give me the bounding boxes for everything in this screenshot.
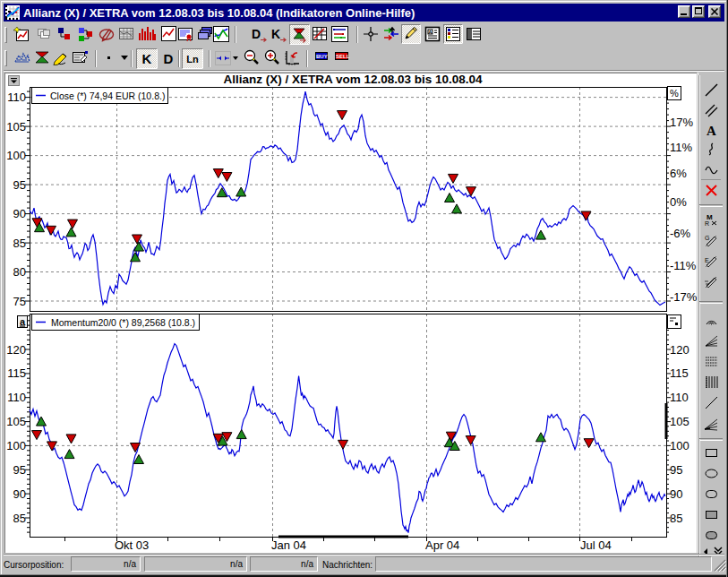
svg-text:105: 105 xyxy=(6,120,26,133)
svg-text:Jul 04: Jul 04 xyxy=(580,538,612,552)
svg-text:80: 80 xyxy=(13,265,26,279)
svg-text:75: 75 xyxy=(13,295,26,308)
svg-text:90: 90 xyxy=(13,207,26,220)
svg-text:100: 100 xyxy=(6,439,26,452)
svg-text:Okt 03: Okt 03 xyxy=(115,538,149,552)
svg-text:%: % xyxy=(670,88,679,99)
svg-text:115: 115 xyxy=(7,366,26,380)
svg-text:90: 90 xyxy=(13,487,26,501)
svg-text:120: 120 xyxy=(6,343,26,357)
svg-text:Jan 04: Jan 04 xyxy=(271,538,306,552)
svg-text:85: 85 xyxy=(670,512,682,525)
svg-text:115: 115 xyxy=(670,366,689,380)
svg-text:110: 110 xyxy=(670,391,689,404)
svg-text:Close (*) 74,94 EUR (10.8.): Close (*) 74,94 EUR (10.8.) xyxy=(50,90,165,101)
svg-text:-11%: -11% xyxy=(670,259,697,272)
svg-text:95: 95 xyxy=(13,178,26,192)
svg-text:85: 85 xyxy=(13,512,26,525)
svg-text:0%: 0% xyxy=(670,195,687,209)
svg-text:105: 105 xyxy=(670,415,689,428)
svg-text:Momentum20/0 (*) 89,2568 (10.8: Momentum20/0 (*) 89,2568 (10.8.) xyxy=(51,317,195,328)
svg-text:Apr 04: Apr 04 xyxy=(425,538,459,552)
svg-text:6%: 6% xyxy=(670,167,687,180)
svg-text:105: 105 xyxy=(6,415,26,428)
svg-text:95: 95 xyxy=(670,463,682,477)
svg-text:85: 85 xyxy=(13,237,26,250)
svg-text:110: 110 xyxy=(7,90,26,104)
svg-text:a: a xyxy=(20,316,26,327)
svg-text:120: 120 xyxy=(670,343,689,357)
svg-text:90: 90 xyxy=(670,487,682,501)
svg-text:95: 95 xyxy=(13,463,26,477)
svg-text:100: 100 xyxy=(6,149,26,162)
svg-text:100: 100 xyxy=(670,439,689,452)
svg-text:-17%: -17% xyxy=(670,290,698,304)
svg-text:17%: 17% xyxy=(670,116,693,129)
svg-text:110: 110 xyxy=(7,391,26,404)
svg-text:Allianz (X) / XETRA vom 12.08.: Allianz (X) / XETRA vom 12.08.03 bis 10.… xyxy=(223,73,483,86)
svg-text:11%: 11% xyxy=(670,141,692,154)
svg-text:-6%: -6% xyxy=(670,227,691,240)
